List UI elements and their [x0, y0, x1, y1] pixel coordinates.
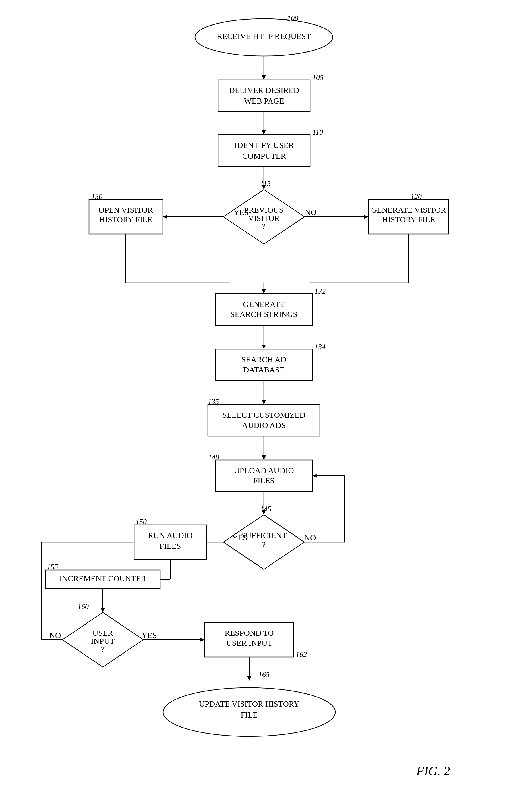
label-162: 162 [296, 650, 307, 659]
svg-marker-40 [312, 474, 317, 478]
node-160-text-1: USER [92, 628, 113, 637]
node-115-text-1: PREVIOUS [244, 206, 284, 215]
node-162-text-1: RESPOND TO [225, 628, 274, 637]
label-130: 130 [91, 192, 103, 201]
node-100-text: RECEIVE HTTP REQUEST [217, 32, 311, 41]
label-132: 132 [314, 287, 326, 295]
node-120-text-1: GENERATE VISITOR [371, 206, 446, 215]
svg-marker-27 [262, 400, 266, 405]
label-120: 120 [411, 192, 422, 201]
yes-label-145: YES [232, 533, 248, 542]
svg-marker-13 [364, 215, 368, 219]
node-115-text-2: VISITOR [248, 214, 280, 222]
node-160-text-3: ? [101, 644, 104, 653]
svg-rect-31 [215, 460, 312, 492]
node-140-text-1: UPLOAD AUDIO [234, 466, 294, 475]
label-135: 135 [208, 397, 219, 406]
node-145-text-2: ? [262, 540, 266, 549]
node-105-text-1: DELIVER DESIRED [229, 86, 299, 95]
no-label-160: NO [49, 631, 61, 640]
svg-marker-30 [262, 455, 266, 460]
node-105-text-2: WEB PAGE [244, 97, 284, 105]
yes-label-160: YES [142, 631, 157, 640]
flowchart-diagram: RECEIVE HTTP REQUEST 100 DELIVER DESIRED… [0, 0, 528, 812]
svg-marker-11 [163, 215, 167, 219]
node-155-text: INCREMENT COUNTER [59, 574, 146, 583]
node-145-text-1: SUFFICIENT [241, 531, 287, 540]
node-110-text-1: IDENTIFY USER [235, 141, 294, 149]
node-110-text-2: COMPUTER [242, 151, 286, 160]
svg-marker-24 [262, 345, 266, 349]
no-label-115: NO [305, 208, 317, 217]
no-label-145: NO [304, 533, 316, 542]
node-165-text-1: UPDATE VISITOR HISTORY [199, 699, 299, 708]
svg-rect-28 [208, 405, 320, 436]
svg-marker-53 [200, 638, 205, 642]
label-110: 110 [312, 128, 323, 136]
node-134-text-1: SEARCH AD [241, 355, 286, 364]
svg-rect-25 [215, 349, 312, 381]
svg-marker-2 [262, 75, 266, 80]
label-160: 160 [77, 603, 89, 611]
yes-label-115: YES [234, 208, 249, 217]
node-115-text-3: ? [262, 222, 266, 231]
node-130-text-2: HISTORY FILE [99, 215, 152, 224]
label-155: 155 [47, 563, 58, 571]
svg-marker-56 [247, 676, 251, 681]
label-165: 165 [259, 670, 269, 679]
label-100: 100 [287, 14, 298, 23]
node-160-text-2: INPUT [91, 637, 115, 646]
label-140: 140 [208, 453, 219, 461]
node-132-text-1: GENERATE [243, 300, 285, 309]
svg-marker-5 [262, 130, 266, 135]
node-132-text-2: SEARCH STRINGS [230, 310, 297, 319]
label-150: 150 [135, 518, 147, 526]
svg-marker-47 [101, 608, 105, 612]
node-140-text-2: FILES [253, 476, 275, 485]
svg-marker-21 [262, 289, 266, 294]
node-135-text-1: SELECT CUSTOMIZED [222, 410, 305, 420]
label-115: 115 [260, 179, 271, 188]
label-145: 145 [260, 505, 271, 513]
node-165-text-2: FILE [240, 710, 258, 719]
label-105: 105 [312, 73, 324, 82]
node-150-text-2: FILES [160, 541, 181, 550]
svg-rect-6 [218, 135, 310, 166]
node-120-text-2: HISTORY FILE [382, 215, 435, 224]
figure-label: FIG. 2 [416, 764, 450, 778]
node-162-text-2: USER INPUT [226, 639, 272, 648]
label-134: 134 [314, 343, 326, 351]
node-134-text-2: DATABASE [243, 365, 284, 374]
svg-rect-22 [215, 294, 312, 325]
node-135-text-2: AUDIO ADS [242, 421, 286, 430]
node-150-text-1: RUN AUDIO [148, 531, 193, 540]
svg-rect-3 [218, 80, 310, 112]
node-130-text-1: OPEN VISITOR [99, 206, 153, 215]
